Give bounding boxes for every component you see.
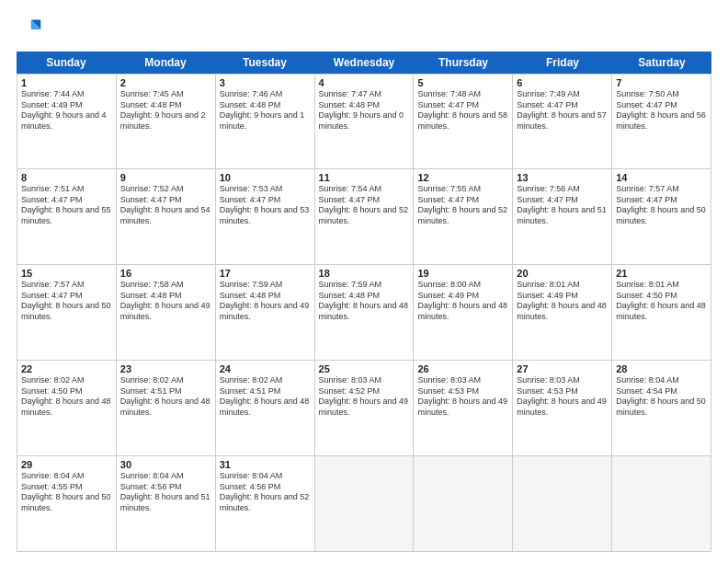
day-cell-22: 22 Sunrise: 8:02 AMSunset: 4:50 PMDaylig…: [17, 361, 117, 456]
day-number: 24: [220, 363, 311, 374]
day-cell-21: 21 Sunrise: 8:01 AMSunset: 4:50 PMDaylig…: [612, 265, 711, 361]
day-info: Sunrise: 7:53 AMSunset: 4:47 PMDaylight:…: [220, 184, 311, 227]
day-header-monday: Monday: [116, 52, 215, 74]
logo-icon: [17, 17, 42, 42]
day-info: Sunrise: 8:02 AMSunset: 4:50 PMDaylight:…: [21, 375, 112, 419]
day-number: 28: [616, 363, 707, 374]
day-info: Sunrise: 7:51 AMSunset: 4:47 PMDaylight:…: [21, 184, 112, 227]
day-info: Sunrise: 7:48 AMSunset: 4:47 PMDaylight:…: [417, 89, 508, 132]
day-info: Sunrise: 7:57 AMSunset: 4:47 PMDaylight:…: [21, 280, 112, 323]
day-number: 14: [616, 172, 707, 183]
day-cell-11: 11 Sunrise: 7:54 AMSunset: 4:47 PMDaylig…: [315, 169, 415, 265]
day-cell-5: 5 Sunrise: 7:48 AMSunset: 4:47 PMDayligh…: [414, 74, 513, 169]
day-number: 25: [319, 363, 410, 374]
day-number: 8: [21, 172, 112, 183]
day-cell-23: 23 Sunrise: 8:02 AMSunset: 4:51 PMDaylig…: [117, 361, 216, 456]
day-info: Sunrise: 8:01 AMSunset: 4:50 PMDaylight:…: [616, 280, 707, 323]
day-info: Sunrise: 7:54 AMSunset: 4:47 PMDaylight:…: [319, 184, 410, 227]
day-header-sunday: Sunday: [17, 52, 116, 74]
day-cell-18: 18 Sunrise: 7:59 AMSunset: 4:48 PMDaylig…: [315, 265, 415, 361]
day-cell-16: 16 Sunrise: 7:58 AMSunset: 4:48 PMDaylig…: [117, 265, 216, 361]
day-number: 31: [220, 459, 311, 470]
day-cell-27: 27 Sunrise: 8:03 AMSunset: 4:53 PMDaylig…: [513, 361, 612, 456]
day-cell-8: 8 Sunrise: 7:51 AMSunset: 4:47 PMDayligh…: [17, 169, 117, 265]
calendar-week-3: 15 Sunrise: 7:57 AMSunset: 4:47 PMDaylig…: [17, 265, 711, 361]
day-info: Sunrise: 7:49 AMSunset: 4:47 PMDaylight:…: [517, 89, 608, 132]
day-cell-10: 10 Sunrise: 7:53 AMSunset: 4:47 PMDaylig…: [216, 169, 315, 265]
day-info: Sunrise: 7:52 AMSunset: 4:47 PMDaylight:…: [120, 184, 211, 227]
day-info: Sunrise: 7:58 AMSunset: 4:48 PMDaylight:…: [120, 280, 211, 323]
page: SundayMondayTuesdayWednesdayThursdayFrid…: [0, 0, 728, 563]
day-info: Sunrise: 8:00 AMSunset: 4:49 PMDaylight:…: [417, 280, 508, 323]
empty-cell: [513, 456, 612, 552]
day-info: Sunrise: 8:02 AMSunset: 4:51 PMDaylight:…: [120, 375, 211, 419]
day-number: 10: [220, 172, 311, 183]
day-info: Sunrise: 8:02 AMSunset: 4:51 PMDaylight:…: [220, 375, 311, 419]
day-cell-31: 31 Sunrise: 8:04 AMSunset: 4:56 PMDaylig…: [216, 456, 315, 552]
day-cell-6: 6 Sunrise: 7:49 AMSunset: 4:47 PMDayligh…: [513, 74, 612, 169]
calendar-week-2: 8 Sunrise: 7:51 AMSunset: 4:47 PMDayligh…: [17, 169, 711, 265]
day-cell-28: 28 Sunrise: 8:04 AMSunset: 4:54 PMDaylig…: [612, 361, 711, 456]
day-header-saturday: Saturday: [612, 52, 711, 74]
day-number: 1: [21, 77, 112, 88]
day-number: 3: [220, 77, 311, 88]
day-number: 4: [319, 77, 410, 88]
day-number: 23: [120, 363, 211, 374]
day-info: Sunrise: 8:04 AMSunset: 4:54 PMDaylight:…: [616, 375, 707, 419]
day-cell-14: 14 Sunrise: 7:57 AMSunset: 4:47 PMDaylig…: [612, 169, 711, 265]
day-cell-20: 20 Sunrise: 8:01 AMSunset: 4:49 PMDaylig…: [513, 265, 612, 361]
day-number: 15: [21, 268, 112, 279]
day-cell-17: 17 Sunrise: 7:59 AMSunset: 4:48 PMDaylig…: [216, 265, 315, 361]
day-cell-7: 7 Sunrise: 7:50 AMSunset: 4:47 PMDayligh…: [612, 74, 711, 169]
day-number: 19: [417, 268, 508, 279]
day-cell-19: 19 Sunrise: 8:00 AMSunset: 4:49 PMDaylig…: [414, 265, 513, 361]
day-info: Sunrise: 7:46 AMSunset: 4:48 PMDaylight:…: [220, 89, 311, 132]
calendar-week-4: 22 Sunrise: 8:02 AMSunset: 4:50 PMDaylig…: [17, 361, 711, 456]
day-info: Sunrise: 7:59 AMSunset: 4:48 PMDaylight:…: [319, 280, 410, 323]
day-info: Sunrise: 7:57 AMSunset: 4:47 PMDaylight:…: [616, 184, 707, 227]
day-info: Sunrise: 7:55 AMSunset: 4:47 PMDaylight:…: [417, 184, 508, 227]
day-cell-29: 29 Sunrise: 8:04 AMSunset: 4:55 PMDaylig…: [17, 456, 117, 552]
day-info: Sunrise: 8:03 AMSunset: 4:53 PMDaylight:…: [417, 375, 508, 419]
day-cell-13: 13 Sunrise: 7:56 AMSunset: 4:47 PMDaylig…: [513, 169, 612, 265]
day-number: 17: [220, 268, 311, 279]
day-cell-15: 15 Sunrise: 7:57 AMSunset: 4:47 PMDaylig…: [17, 265, 117, 361]
empty-cell: [414, 456, 513, 552]
day-number: 5: [417, 77, 508, 88]
day-info: Sunrise: 8:03 AMSunset: 4:52 PMDaylight:…: [319, 375, 410, 419]
day-number: 30: [120, 459, 211, 470]
day-number: 12: [417, 172, 508, 183]
day-header-tuesday: Tuesday: [215, 52, 314, 74]
day-info: Sunrise: 8:04 AMSunset: 4:56 PMDaylight:…: [120, 471, 211, 514]
calendar-week-1: 1 Sunrise: 7:44 AMSunset: 4:49 PMDayligh…: [17, 74, 711, 169]
day-cell-3: 3 Sunrise: 7:46 AMSunset: 4:48 PMDayligh…: [216, 74, 315, 169]
day-cell-25: 25 Sunrise: 8:03 AMSunset: 4:52 PMDaylig…: [315, 361, 415, 456]
day-header-thursday: Thursday: [414, 52, 513, 74]
day-info: Sunrise: 8:01 AMSunset: 4:49 PMDaylight:…: [517, 280, 608, 323]
day-cell-24: 24 Sunrise: 8:02 AMSunset: 4:51 PMDaylig…: [216, 361, 315, 456]
day-info: Sunrise: 7:56 AMSunset: 4:47 PMDaylight:…: [517, 184, 608, 227]
day-number: 13: [517, 172, 608, 183]
header: [17, 17, 711, 42]
day-info: Sunrise: 7:44 AMSunset: 4:49 PMDaylight:…: [21, 89, 112, 132]
day-cell-1: 1 Sunrise: 7:44 AMSunset: 4:49 PMDayligh…: [17, 74, 117, 169]
day-info: Sunrise: 7:47 AMSunset: 4:48 PMDaylight:…: [319, 89, 410, 132]
empty-cell: [315, 456, 415, 552]
day-cell-2: 2 Sunrise: 7:45 AMSunset: 4:48 PMDayligh…: [117, 74, 216, 169]
day-number: 7: [616, 77, 707, 88]
day-info: Sunrise: 8:04 AMSunset: 4:55 PMDaylight:…: [21, 471, 112, 514]
calendar-header: SundayMondayTuesdayWednesdayThursdayFrid…: [17, 52, 711, 74]
day-header-wednesday: Wednesday: [314, 52, 414, 74]
day-number: 29: [21, 459, 112, 470]
day-number: 21: [616, 268, 707, 279]
day-number: 18: [319, 268, 410, 279]
day-cell-12: 12 Sunrise: 7:55 AMSunset: 4:47 PMDaylig…: [414, 169, 513, 265]
empty-cell: [612, 456, 711, 552]
day-info: Sunrise: 8:03 AMSunset: 4:53 PMDaylight:…: [517, 375, 608, 419]
day-number: 16: [120, 268, 211, 279]
day-info: Sunrise: 7:59 AMSunset: 4:48 PMDaylight:…: [220, 280, 311, 323]
calendar-body: 1 Sunrise: 7:44 AMSunset: 4:49 PMDayligh…: [17, 74, 711, 552]
logo: [17, 17, 46, 42]
day-info: Sunrise: 7:45 AMSunset: 4:48 PMDaylight:…: [120, 89, 211, 132]
day-header-friday: Friday: [513, 52, 612, 74]
